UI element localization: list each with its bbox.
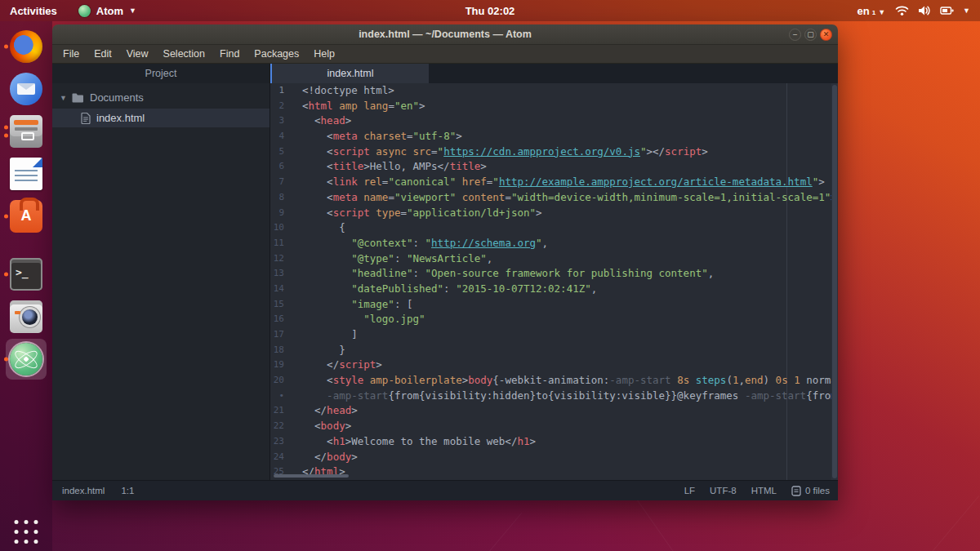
code-line[interactable]: 21 </head> <box>270 403 838 419</box>
menu-view[interactable]: View <box>119 48 156 60</box>
code-line[interactable]: 17 ] <box>270 327 838 343</box>
line-number: 13 <box>270 266 287 282</box>
line-number: 3 <box>270 113 287 129</box>
code-line[interactable]: 3 <head> <box>270 113 838 129</box>
firefox-icon <box>10 30 42 63</box>
running-indicator <box>4 273 8 277</box>
code-line[interactable]: 9 <script type="application/ld+json"> <box>270 206 838 221</box>
code-line[interactable]: 16 "logo.jpg" <box>270 312 838 327</box>
volume-icon <box>918 5 931 16</box>
code-line[interactable]: 15 "image": [ <box>270 297 838 313</box>
dock-item-files[interactable] <box>3 113 49 149</box>
file-icon <box>81 113 91 124</box>
line-number: 2 <box>270 99 287 114</box>
camera-icon <box>10 300 42 333</box>
code-line[interactable]: • -amp-start{from{visibility:hidden}to{v… <box>270 389 838 404</box>
code-line[interactable]: 2<html amp lang="en"> <box>270 99 838 114</box>
code-line[interactable]: 7 <link rel="canonical" href="http://exa… <box>270 175 838 190</box>
github-status[interactable]: 0 files <box>791 486 830 496</box>
code-line[interactable]: 8 <meta name="viewport" content="width=d… <box>270 190 838 206</box>
code-line[interactable]: 23 <h1>Welcome to the mobile web</h1> <box>270 434 838 450</box>
status-grammar[interactable]: HTML <box>751 486 777 495</box>
code-line[interactable]: 22 <body> <box>270 419 838 434</box>
atom-app-icon <box>78 5 91 17</box>
line-number: 8 <box>270 190 287 206</box>
dock-item-firefox[interactable] <box>3 29 49 64</box>
atom-window: index.html — ~/Documents — Atom –▢✕ File… <box>52 24 838 500</box>
minimize-button[interactable]: – <box>789 29 801 41</box>
horizontal-scrollbar[interactable] <box>274 474 349 478</box>
code-line[interactable]: 20 <style amp-boilerplate>body{-webkit-a… <box>270 373 838 389</box>
line-number: 20 <box>270 373 287 389</box>
line-number: 25 <box>270 464 287 480</box>
system-menu[interactable]: ▼ <box>895 5 970 16</box>
code-line[interactable]: 5 <script async src="https://cdn.ampproj… <box>270 144 838 160</box>
clock[interactable]: Thu 02:02 <box>466 5 515 17</box>
github-icon <box>791 486 801 496</box>
wallpaper-line <box>459 513 523 551</box>
code-line[interactable]: 14 "datePublished": "2015-10-07T12:02:41… <box>270 282 838 297</box>
text-editor[interactable]: 1<!doctype html>2<html amp lang="en">3 <… <box>270 83 838 480</box>
line-number: 15 <box>270 297 287 313</box>
tab-label: index.html <box>327 68 374 79</box>
maximize-button[interactable]: ▢ <box>804 29 817 41</box>
menu-find[interactable]: Find <box>212 48 247 60</box>
menu-selection[interactable]: Selection <box>156 48 212 60</box>
code-line[interactable]: 19 </script> <box>270 358 838 373</box>
menu-edit[interactable]: Edit <box>87 48 119 60</box>
tree-folder-documents[interactable]: ▼ Documents <box>52 88 270 107</box>
input-source-indicator[interactable]: en1 ▼ <box>858 5 886 17</box>
code-line[interactable]: 10 { <box>270 220 838 236</box>
status-bar: index.html 1:1 LF UTF-8 HTML 0 files <box>52 480 838 500</box>
dock-item-software[interactable] <box>3 198 49 234</box>
dock-item-atom[interactable] <box>3 341 49 377</box>
editor-pane: index.html 1<!doctype html>2<html amp la… <box>270 64 838 480</box>
active-pane-accent <box>270 64 272 83</box>
line-number: 14 <box>270 282 287 297</box>
show-applications-button[interactable] <box>15 520 38 544</box>
thunderbird-icon <box>10 73 42 105</box>
dock-item-writer[interactable] <box>3 156 49 192</box>
window-controls: –▢✕ <box>789 29 832 41</box>
code-line[interactable]: 25</html> <box>270 464 838 480</box>
atom-icon <box>10 343 42 375</box>
title-bar[interactable]: index.html — ~/Documents — Atom –▢✕ <box>52 24 838 45</box>
wallpaper-line <box>900 495 979 551</box>
code-line[interactable]: 4 <meta charset="utf-8"> <box>270 129 838 144</box>
wifi-icon <box>895 5 909 16</box>
code-line[interactable]: 6 <title>Hello, AMPs</title> <box>270 159 838 175</box>
line-number: 5 <box>270 144 287 160</box>
code-line[interactable]: 13 "headline": "Open-source framework fo… <box>270 266 838 282</box>
code-line[interactable]: 12 "@type": "NewsArticle", <box>270 251 838 267</box>
main-area: Project ▼ Documents index.html <box>52 64 838 480</box>
code-lines: 1<!doctype html>2<html amp lang="en">3 <… <box>270 83 838 480</box>
chevron-down-icon: ▼ <box>963 7 970 15</box>
menu-help[interactable]: Help <box>306 48 342 60</box>
dock-item-terminal[interactable] <box>3 256 49 292</box>
line-number: 24 <box>270 450 287 465</box>
code-line[interactable]: 18 } <box>270 343 838 358</box>
line-number: 17 <box>270 327 287 343</box>
code-line[interactable]: 11 "@context": "http://schema.org", <box>270 236 838 251</box>
vertical-scrollbar[interactable] <box>831 83 838 480</box>
menu-file[interactable]: File <box>56 48 87 60</box>
code-line[interactable]: 24 </body> <box>270 450 838 465</box>
top-bar: Activities Atom ▼ Thu 02:02 en1 ▼ <box>0 0 980 21</box>
status-line-ending[interactable]: LF <box>684 486 695 495</box>
dock-item-thunderbird[interactable] <box>3 71 49 107</box>
folder-icon <box>72 93 84 103</box>
menu-packages[interactable]: Packages <box>247 48 306 60</box>
tab-index-html[interactable]: index.html <box>272 64 429 83</box>
activities-button[interactable]: Activities <box>10 5 57 17</box>
files-icon <box>10 115 42 148</box>
line-number: 23 <box>270 434 287 450</box>
app-menu-button[interactable]: Atom ▼ <box>78 5 136 17</box>
dock-item-camera[interactable] <box>3 299 49 335</box>
close-button[interactable]: ✕ <box>820 29 832 41</box>
code-line[interactable]: 1<!doctype html> <box>270 83 838 99</box>
tree-file-index-html[interactable]: index.html <box>52 109 270 127</box>
file-label: index.html <box>96 112 145 124</box>
input-source-index: 1 <box>872 9 875 16</box>
menubar: FileEditViewSelectionFindPackagesHelp <box>52 45 838 64</box>
status-encoding[interactable]: UTF-8 <box>710 486 737 495</box>
